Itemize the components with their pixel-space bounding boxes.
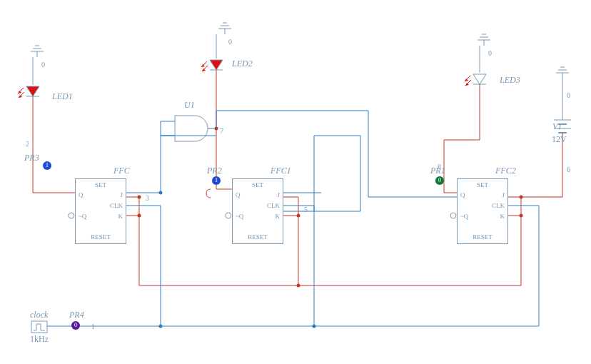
ground-icon: [31, 46, 44, 57]
pr4-label: PR4: [69, 310, 84, 320]
clock-freq: 1kHz: [30, 334, 49, 345]
net-3: 3: [146, 194, 149, 202]
svg-point-48: [520, 196, 523, 199]
pr2-label: PR2: [207, 166, 222, 176]
port-clk: CLK: [110, 203, 123, 209]
net-2: 2: [26, 140, 29, 148]
u1-label: U1: [184, 100, 195, 111]
svg-point-69: [159, 191, 163, 195]
port-nq: ~Q: [79, 213, 86, 220]
led1-label: LED1: [52, 91, 73, 102]
svg-point-61: [297, 284, 300, 288]
svg-point-87: [313, 325, 316, 328]
net-7: 7: [220, 127, 223, 135]
net-8: 8: [438, 163, 441, 171]
clock-label: clock: [30, 310, 48, 320]
svg-point-62: [520, 214, 523, 218]
v1-label: V1: [552, 121, 562, 132]
svg-marker-13: [19, 95, 22, 98]
ground-icon: [478, 34, 490, 46]
ffc2-label: FFC2: [495, 166, 516, 176]
ffc1-flipflop: SET RESET Q ~Q J K CLK: [232, 178, 283, 244]
svg-point-84: [159, 325, 163, 328]
led2-symbol: [201, 60, 223, 71]
pr3-label: PR3: [24, 153, 39, 163]
svg-marker-31: [465, 83, 469, 86]
ffc1-label: FFC1: [271, 166, 291, 176]
svg-point-93: [450, 213, 456, 218]
svg-point-92: [226, 213, 231, 218]
svg-point-91: [69, 213, 74, 218]
led1-symbol: [18, 86, 39, 98]
svg-marker-22: [202, 69, 206, 71]
net-1: 1: [91, 323, 95, 330]
svg-marker-15: [18, 91, 21, 93]
net-6: 6: [567, 166, 570, 173]
net-5: 5: [304, 206, 308, 213]
led2-label: LED2: [232, 59, 253, 69]
port-j: J: [120, 192, 123, 198]
svg-point-55: [138, 196, 141, 199]
v1-value: 12V: [552, 134, 567, 145]
svg-point-60: [297, 214, 300, 218]
clock-source-icon: [31, 321, 47, 333]
pr1-probe: 0: [435, 176, 444, 185]
net-0: 0: [41, 61, 45, 69]
svg-marker-19: [210, 60, 223, 70]
svg-marker-24: [201, 64, 205, 67]
pr2-probe: 1: [212, 176, 221, 185]
svg-marker-28: [473, 74, 486, 84]
net-0: 0: [567, 91, 570, 99]
ffc2-flipflop: SET RESET Q ~Q J K CLK: [457, 178, 508, 244]
svg-marker-33: [465, 79, 468, 81]
port-q: Q: [79, 192, 84, 198]
led3-symbol: [465, 74, 486, 86]
svg-marker-10: [26, 86, 39, 96]
ground-icon: [556, 67, 569, 79]
net-0: 0: [228, 38, 232, 46]
ffc-label: FFC: [113, 166, 130, 176]
port-set: SET: [95, 182, 106, 188]
led3-label: LED3: [500, 75, 520, 86]
port-k: K: [118, 213, 123, 220]
ground-icon: [218, 23, 231, 34]
pr3-probe: 1: [43, 161, 51, 170]
and-gate: [161, 116, 216, 141]
net-0: 0: [488, 49, 492, 57]
svg-point-54: [138, 214, 141, 218]
ffc-flipflop: SET RESET Q ~Q J K CLK: [75, 178, 126, 244]
pr4-probe: 0: [71, 321, 80, 330]
port-reset: RESET: [91, 234, 111, 241]
